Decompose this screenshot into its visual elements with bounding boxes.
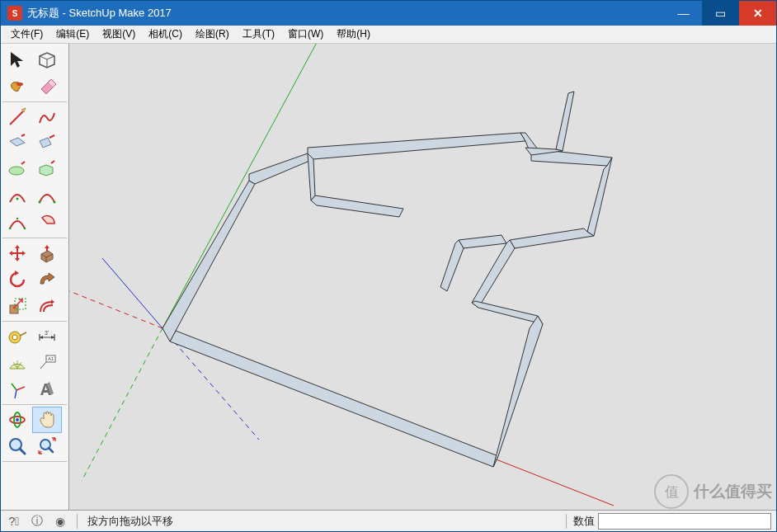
menu-help[interactable]: 帮助(H) [330, 26, 377, 43]
svg-point-3 [39, 201, 41, 204]
orbit-tool[interactable] [2, 407, 32, 433]
line-tool[interactable] [2, 104, 32, 130]
push-pull-tool[interactable] [32, 240, 62, 266]
maximize-button[interactable]: ▭ [702, 1, 739, 26]
freehand-tool[interactable] [32, 104, 62, 130]
model-view [69, 44, 776, 510]
svg-marker-27 [162, 181, 255, 341]
svg-marker-34 [587, 158, 612, 236]
title-bar: S 无标题 - SketchUp Make 2017 — ▭ ✕ [1, 1, 776, 26]
svg-marker-39 [459, 235, 506, 248]
tape-measure-tool[interactable] [2, 323, 32, 350]
svg-marker-41 [556, 92, 574, 151]
select-tool[interactable] [2, 47, 32, 73]
user-icon[interactable]: ◉ [50, 511, 70, 531]
dimension-tool[interactable]: 3' [32, 323, 62, 350]
text-tool[interactable]: A1 [32, 350, 62, 376]
paint-bucket-tool[interactable] [2, 73, 32, 100]
help-icon[interactable]: ?⃝ [4, 511, 24, 531]
svg-marker-29 [308, 133, 525, 159]
value-label: 数值 [573, 514, 598, 529]
rectangle-tool[interactable] [2, 130, 32, 157]
svg-point-0 [16, 82, 23, 86]
offset-tool[interactable] [32, 293, 62, 319]
info-icon[interactable]: ⓘ [27, 511, 47, 531]
pan-tool[interactable] [32, 407, 62, 433]
svg-point-1 [9, 167, 24, 175]
svg-marker-28 [249, 153, 313, 184]
svg-point-7 [24, 228, 26, 230]
svg-text:A1: A1 [48, 356, 54, 361]
svg-marker-26 [170, 331, 498, 467]
value-input[interactable] [598, 513, 771, 530]
two-point-arc-tool[interactable] [32, 183, 62, 210]
svg-point-6 [16, 218, 19, 220]
three-point-arc-tool[interactable] [2, 210, 32, 236]
scale-tool[interactable] [2, 293, 32, 319]
svg-line-21 [69, 275, 162, 328]
menu-camera[interactable]: 相机(C) [142, 26, 189, 43]
status-bar: ?⃝ ⓘ ◉ 按方向拖动以平移 数值 [1, 510, 776, 531]
svg-line-24 [102, 258, 162, 328]
svg-marker-40 [440, 240, 464, 291]
polygon-tool[interactable] [32, 157, 62, 183]
svg-point-11 [12, 335, 17, 340]
svg-marker-31 [308, 153, 315, 200]
svg-marker-36 [472, 240, 515, 308]
svg-point-5 [9, 228, 12, 230]
window-title: 无标题 - SketchUp Make 2017 [27, 6, 665, 21]
svg-marker-30 [311, 195, 403, 217]
toolbar: 3' A1 [1, 44, 69, 510]
follow-me-tool[interactable] [32, 266, 62, 293]
app-icon: S [7, 6, 22, 21]
svg-line-22 [162, 44, 325, 328]
svg-text:3': 3' [45, 330, 49, 336]
circle-tool[interactable] [2, 157, 32, 183]
axes-tool[interactable] [2, 376, 32, 403]
minimize-button[interactable]: — [665, 1, 702, 26]
menu-bar: 文件(F) 编辑(E) 视图(V) 相机(C) 绘图(R) 工具(T) 窗口(W… [1, 26, 776, 44]
status-tip: 按方向拖动以平移 [84, 514, 559, 529]
3d-text-tool[interactable] [32, 376, 62, 403]
rotate-tool[interactable] [2, 266, 32, 293]
protractor-tool[interactable] [2, 350, 32, 376]
svg-point-17 [16, 418, 19, 421]
rotated-rectangle-tool[interactable] [32, 130, 62, 157]
svg-marker-35 [510, 228, 594, 248]
move-tool[interactable] [2, 240, 32, 266]
svg-point-4 [54, 201, 56, 204]
arc-tool[interactable] [2, 183, 32, 210]
svg-line-23 [82, 328, 162, 481]
svg-marker-38 [493, 316, 543, 467]
close-button[interactable]: ✕ [739, 1, 776, 26]
pie-tool[interactable] [32, 210, 62, 236]
menu-view[interactable]: 视图(V) [96, 26, 142, 43]
content-area: 3' A1 [1, 44, 776, 510]
menu-window[interactable]: 窗口(W) [281, 26, 330, 43]
menu-edit[interactable]: 编辑(E) [49, 26, 96, 43]
menu-draw[interactable]: 绘图(R) [189, 26, 236, 43]
svg-point-2 [16, 198, 19, 200]
eraser-tool[interactable] [32, 73, 62, 100]
menu-tools[interactable]: 工具(T) [236, 26, 281, 43]
zoom-extents-tool[interactable] [32, 433, 62, 459]
make-component-tool[interactable] [32, 47, 62, 73]
menu-file[interactable]: 文件(F) [4, 26, 49, 43]
viewport[interactable] [69, 44, 776, 510]
zoom-tool[interactable] [2, 433, 32, 459]
svg-marker-37 [472, 301, 543, 324]
